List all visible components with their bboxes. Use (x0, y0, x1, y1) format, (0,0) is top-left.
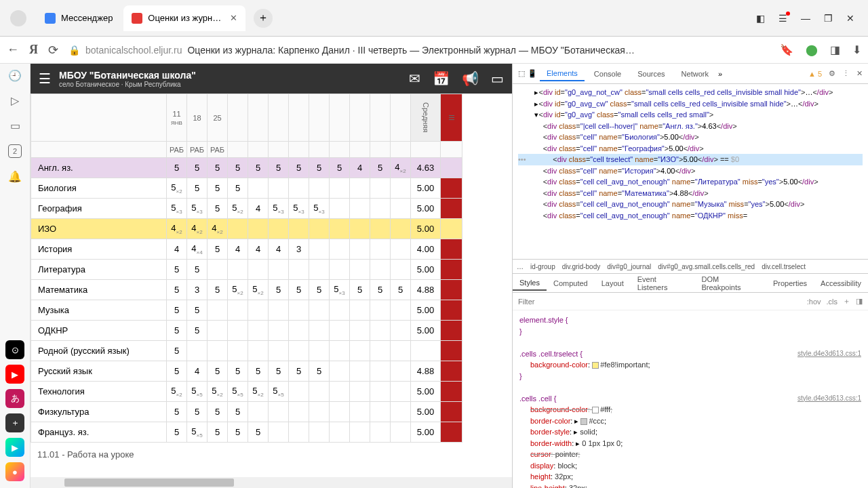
grade-cell[interactable]: 5 (248, 422, 269, 443)
grade-cell[interactable] (309, 422, 330, 443)
grade-cell[interactable] (391, 300, 411, 321)
grade-cell[interactable] (350, 178, 370, 199)
grade-cell[interactable]: 5 (167, 300, 187, 321)
table-row[interactable]: География5×35×355×245×35×35×35.00 (31, 199, 462, 219)
devtools-tab[interactable]: Network (675, 67, 715, 81)
history-icon[interactable]: 🕘 (8, 69, 22, 82)
grade-cell[interactable]: 5 (269, 158, 289, 178)
menu-icon[interactable]: ☰ (778, 13, 787, 24)
grade-cell[interactable]: 5×5 (269, 382, 289, 402)
grade-cell[interactable] (370, 199, 391, 219)
styles-tab[interactable]: Layout (595, 277, 631, 290)
grade-cell[interactable] (187, 341, 208, 361)
grade-cell[interactable] (391, 321, 411, 341)
grade-cell[interactable] (391, 178, 411, 199)
extensions-icon[interactable]: ◧ (756, 13, 765, 24)
announce-icon[interactable]: 📢 (462, 70, 479, 87)
grade-cell[interactable]: 5 (208, 239, 228, 260)
grade-cell[interactable] (391, 341, 411, 361)
warnings-badge[interactable]: ▲ 5 (808, 70, 822, 78)
grade-cell[interactable]: 5 (228, 361, 248, 382)
card-icon[interactable]: ▭ (491, 70, 504, 87)
grade-cell[interactable]: 5 (208, 402, 228, 422)
close-icon[interactable]: ✕ (846, 13, 854, 24)
url-field[interactable]: 🔒 botanicalschool.eljur.ru Оценки из жур… (68, 45, 770, 56)
grade-cell[interactable]: 5 (208, 158, 228, 178)
grade-cell[interactable]: 5 (187, 321, 208, 341)
grade-cell[interactable]: 5×3 (309, 199, 330, 219)
settings-icon[interactable]: ⚙ (829, 69, 835, 78)
crumb-item[interactable]: id-group (530, 263, 555, 270)
grade-cell[interactable]: 5 (167, 260, 187, 280)
styles-tab[interactable]: Properties (766, 277, 814, 290)
grade-cell[interactable]: 5×2 (208, 382, 228, 402)
grade-cell[interactable]: 5 (167, 321, 187, 341)
grade-cell[interactable]: 5×3 (187, 199, 208, 219)
grade-cell[interactable]: 5 (208, 178, 228, 199)
grade-cell[interactable] (350, 239, 370, 260)
grade-cell[interactable] (370, 300, 391, 321)
grade-cell[interactable] (370, 178, 391, 199)
grade-cell[interactable] (370, 260, 391, 280)
grade-cell[interactable] (269, 422, 289, 443)
grade-cell[interactable] (350, 341, 370, 361)
dom-node[interactable]: <div class="cell cell_avg_not_enough" na… (518, 199, 863, 210)
grade-cell[interactable]: 5 (269, 361, 289, 382)
grade-cell[interactable] (350, 382, 370, 402)
grade-cell[interactable]: 5 (208, 199, 228, 219)
table-row[interactable]: Математика5355×25×25555×35554.88 (31, 280, 462, 300)
grade-cell[interactable] (289, 260, 309, 280)
grade-cell[interactable]: 5 (187, 158, 208, 178)
app-icon-2[interactable]: ▶ (5, 438, 24, 457)
grade-cell[interactable] (208, 321, 228, 341)
grade-cell[interactable] (269, 321, 289, 341)
grade-cell[interactable] (330, 361, 350, 382)
add-icon[interactable]: ＋ (5, 413, 24, 432)
grade-cell[interactable]: 4 (248, 239, 269, 260)
grade-cell[interactable]: 4 (350, 158, 370, 178)
dom-node[interactable]: <div class="cell cell_avg_not_enough" na… (518, 210, 863, 222)
grade-cell[interactable] (208, 341, 228, 361)
grade-cell[interactable]: 5×3 (330, 280, 350, 300)
grade-cell[interactable]: 5 (350, 280, 370, 300)
grade-cell[interactable] (228, 341, 248, 361)
table-row[interactable]: Англ. яз.555555555454×24.63 (31, 158, 462, 178)
bookmark-icon[interactable]: 🔖 (780, 43, 793, 56)
styles-tab[interactable]: Event Listeners (631, 272, 695, 294)
grade-cell[interactable] (208, 260, 228, 280)
grade-cell[interactable] (248, 219, 269, 239)
crumb-item[interactable]: div#g0_journal (607, 263, 651, 270)
grade-cell[interactable] (330, 178, 350, 199)
grade-cell[interactable]: 5 (167, 402, 187, 422)
grade-cell[interactable]: 5×3 (167, 199, 187, 219)
grade-cell[interactable] (330, 402, 350, 422)
grade-cell[interactable]: 5 (248, 361, 269, 382)
grade-cell[interactable] (248, 321, 269, 341)
grade-cell[interactable] (350, 219, 370, 239)
maximize-icon[interactable]: ❐ (824, 13, 833, 24)
grade-cell[interactable] (248, 402, 269, 422)
table-row[interactable]: История44×4544434.00 (31, 239, 462, 260)
hov-toggle[interactable]: :hov (807, 298, 821, 306)
table-row[interactable]: Русский язык545555554.88 (31, 361, 462, 382)
app-icon-1[interactable]: ⊙ (5, 340, 24, 359)
grade-cell[interactable] (309, 260, 330, 280)
panel-icon[interactable]: ◨ (856, 297, 863, 306)
table-row[interactable]: ОДКНР555.00 (31, 321, 462, 341)
alice-icon[interactable]: ● (5, 462, 24, 481)
grade-cell[interactable] (370, 422, 391, 443)
menu-icon[interactable]: ☰ (39, 70, 51, 87)
dom-node[interactable]: <div class="cell" name="История">4.00</d… (518, 165, 863, 177)
grade-cell[interactable] (391, 219, 411, 239)
grade-cell[interactable] (208, 300, 228, 321)
collections-icon[interactable]: ▭ (10, 119, 20, 132)
grade-cell[interactable] (289, 422, 309, 443)
grade-cell[interactable] (330, 422, 350, 443)
grade-cell[interactable] (350, 321, 370, 341)
grade-cell[interactable]: 5×2 (167, 178, 187, 199)
grade-cell[interactable] (248, 300, 269, 321)
protect-icon[interactable]: ⬤ (806, 43, 818, 56)
dom-node[interactable]: ▸<div id="g0_avg_not_cw" class="small ce… (518, 87, 863, 98)
dom-node[interactable]: ••• <div class="cell trselect" name="ИЗО… (518, 154, 863, 165)
grade-cell[interactable] (350, 422, 370, 443)
